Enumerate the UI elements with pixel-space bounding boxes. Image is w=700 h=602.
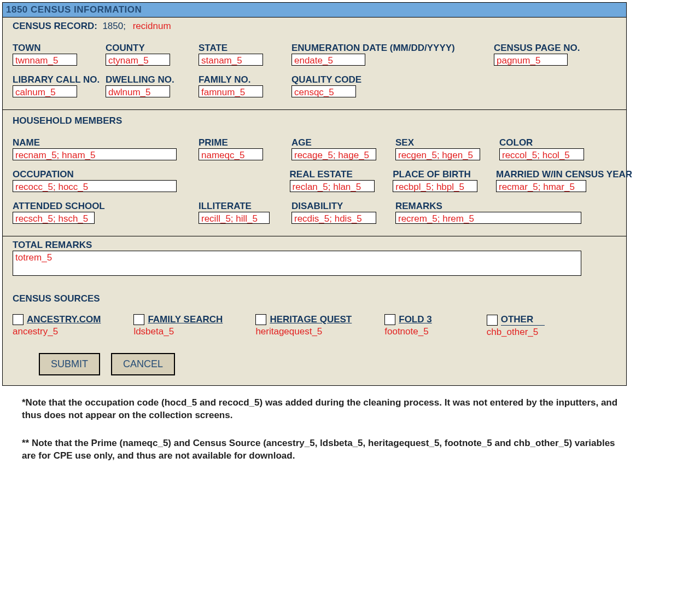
field-label-remarks: REMARKS: [395, 201, 616, 212]
source-label-heritage: HERITAGE QUEST: [270, 314, 352, 325]
field-input-real[interactable]: reclan_5; hlan_5: [290, 180, 375, 192]
sources-header: CENSUS SOURCES: [13, 293, 616, 304]
field-label-name: NAME: [13, 137, 188, 148]
census-record-line: CENSUS RECORD: 1850; recidnum: [13, 21, 616, 32]
census-record-var: recidnum: [133, 21, 171, 31]
field-label-family: FAMILY NO.: [199, 74, 281, 85]
field-label-qc: QUALITY CODE: [291, 74, 374, 85]
field-label-county: COUNTY: [106, 43, 188, 54]
household-header: HOUSEHOLD MEMBERS: [13, 113, 616, 126]
field-label-prime: PRIME: [199, 137, 281, 148]
field-label-page: CENSUS PAGE NO.: [494, 43, 587, 54]
field-input-dwelling[interactable]: dwlnum_5: [106, 85, 170, 97]
source-var-other: chb_other_5: [487, 327, 545, 338]
census-record-label: CENSUS RECORD:: [13, 21, 97, 31]
field-input-state[interactable]: stanam_5: [199, 54, 263, 66]
title-bar: 1850 CENSUS INFORMATION: [3, 3, 626, 18]
field-input-birth[interactable]: recbpl_5; hbpl_5: [393, 180, 477, 192]
field-label-birth: PLACE OF BIRTH: [393, 169, 485, 180]
field-label-color: COLOR: [499, 137, 592, 148]
footnotes: *Note that the occupation code (hocd_5 a…: [22, 397, 623, 462]
field-input-lib[interactable]: calnum_5: [13, 85, 77, 97]
submit-button[interactable]: SUBMIT: [39, 353, 100, 375]
field-input-family[interactable]: famnum_5: [199, 85, 263, 97]
field-label-lib: LIBRARY CALL NO.: [13, 74, 95, 85]
source-label-fold3: FOLD 3: [399, 314, 431, 325]
field-label-illiterate: ILLITERATE: [199, 201, 281, 212]
household-section: HOUSEHOLD MEMBERS NAME recnam_5; hnam_5 …: [3, 110, 626, 236]
field-input-name[interactable]: recnam_5; hnam_5: [13, 148, 177, 160]
field-input-sex[interactable]: recgen_5; hgen_5: [395, 148, 480, 160]
census-record-section: CENSUS RECORD: 1850; recidnum TOWN twnna…: [3, 18, 626, 109]
footnote-2: ** Note that the Prime (nameqc_5) and Ce…: [22, 437, 623, 462]
field-label-real: REAL ESTATE: [290, 169, 382, 180]
footnote-1: *Note that the occupation code (hocd_5 a…: [22, 397, 623, 422]
field-input-school[interactable]: recsch_5; hsch_5: [13, 212, 95, 224]
source-label-familysearch: FAMILY SEARCH: [148, 314, 223, 325]
field-input-occ[interactable]: recocc_5; hocc_5: [13, 180, 177, 192]
field-label-total-remarks: TOTAL REMARKS: [13, 240, 616, 251]
field-input-qc[interactable]: censqc_5: [291, 85, 356, 97]
field-label-state: STATE: [199, 43, 281, 54]
source-var-familysearch: ldsbeta_5: [133, 326, 223, 337]
field-input-enum-date[interactable]: endate_5: [291, 54, 365, 66]
checkbox-heritage[interactable]: [255, 314, 266, 325]
census-record-year: 1850;: [100, 21, 126, 31]
field-label-sex: SEX: [395, 137, 488, 148]
field-input-town[interactable]: twnnam_5: [13, 54, 77, 66]
cancel-button[interactable]: CANCEL: [111, 353, 175, 375]
field-input-remarks[interactable]: recrem_5; hrem_5: [395, 212, 581, 224]
field-label-town: TOWN: [13, 43, 95, 54]
census-form-frame: 1850 CENSUS INFORMATION CENSUS RECORD: 1…: [2, 2, 627, 386]
field-label-disability: DISABILITY: [291, 201, 384, 212]
field-input-total-remarks[interactable]: totrem_5: [13, 251, 581, 276]
source-label-other: OTHER: [501, 314, 545, 326]
field-label-school: ATTENDED SCHOOL: [13, 201, 188, 212]
source-label-ancestry: ANCESTRY.COM: [27, 314, 101, 325]
checkbox-other[interactable]: [487, 315, 498, 326]
source-var-fold3: footnote_5: [384, 326, 431, 337]
checkbox-familysearch[interactable]: [133, 314, 144, 325]
field-input-illiterate[interactable]: recill_5; hill_5: [199, 212, 270, 224]
field-label-occ: OCCUPATION: [13, 169, 186, 180]
field-label-married: MARRIED W/IN CENSUS YEAR: [496, 169, 616, 180]
field-input-county[interactable]: ctynam_5: [106, 54, 170, 66]
field-input-prime[interactable]: nameqc_5: [199, 148, 263, 160]
checkbox-fold3[interactable]: [384, 314, 395, 325]
field-label-age: AGE: [291, 137, 384, 148]
field-input-color[interactable]: reccol_5; hcol_5: [499, 148, 584, 160]
field-input-disability[interactable]: recdis_5; hdis_5: [291, 212, 376, 224]
source-var-heritage: heritagequest_5: [255, 326, 352, 337]
checkbox-ancestry[interactable]: [13, 314, 24, 325]
field-label-enum-date: ENUMERATION DATE (MM/DD/YYYY): [291, 43, 483, 54]
field-input-age[interactable]: recage_5; hage_5: [291, 148, 376, 160]
field-input-married[interactable]: recmar_5; hmar_5: [496, 180, 586, 192]
source-var-ancestry: ancestry_5: [13, 326, 101, 337]
field-label-dwelling: DWELLING NO.: [106, 74, 188, 85]
footer-section: TOTAL REMARKS totrem_5 CENSUS SOURCES AN…: [3, 236, 626, 385]
field-input-page[interactable]: pagnum_5: [494, 54, 568, 66]
